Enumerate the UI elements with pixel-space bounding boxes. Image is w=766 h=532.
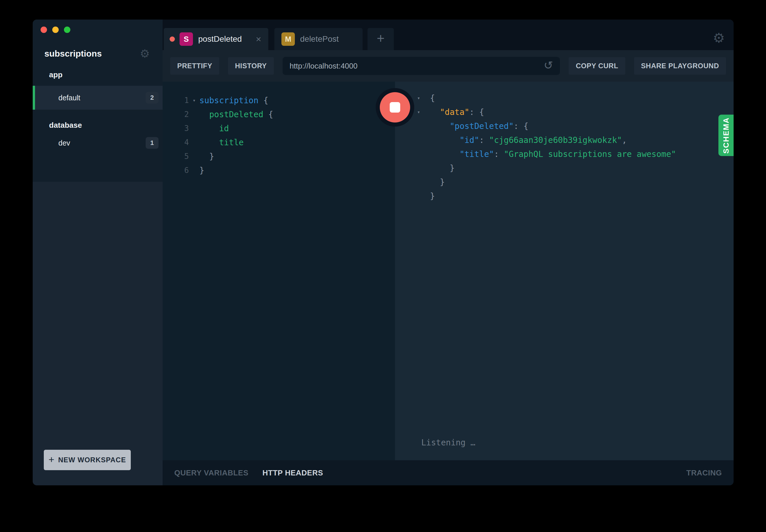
- tab-deletepost[interactable]: M deletePost: [274, 28, 363, 50]
- sidebar-workspaces: subscriptions ⚙ app default 2 database d…: [33, 20, 162, 182]
- code-token: "data": [430, 107, 469, 117]
- code-token: }: [430, 177, 445, 187]
- code-token: :: [494, 149, 504, 159]
- response-code-line: ▾{: [417, 91, 734, 105]
- endpoint-url-value: http://localhost:4000: [290, 62, 544, 71]
- line-number: 5: [162, 152, 189, 161]
- tab-postdeleted[interactable]: S postDeleted ×: [164, 28, 268, 50]
- stop-button-circle: [380, 92, 410, 123]
- query-code-line: 2 postDeleted {: [162, 107, 395, 121]
- code-token: subscription: [200, 96, 258, 105]
- active-session-dot-icon: [169, 36, 175, 42]
- session-count-badge: 2: [146, 92, 158, 104]
- bottom-bar: QUERY VARIABLES HTTP HEADERS TRACING: [162, 460, 734, 485]
- sidebar-title: subscriptions: [44, 49, 102, 59]
- code-token: "title": [430, 149, 494, 159]
- copy-curl-button[interactable]: COPY CURL: [568, 57, 625, 75]
- code-token: "GraphQL subscriptions are awesome": [504, 149, 676, 159]
- plus-icon: +: [377, 30, 385, 46]
- query-code-line: 5 }: [162, 149, 395, 163]
- history-button[interactable]: HISTORY: [228, 57, 274, 75]
- fold-arrow-icon[interactable]: ▾: [417, 109, 430, 115]
- sidebar: subscriptions ⚙ app default 2 database d…: [33, 20, 162, 485]
- fold-arrow-icon[interactable]: ▾: [189, 97, 200, 103]
- response-code-line: "postDeleted": {: [417, 119, 734, 133]
- stop-subscription-button[interactable]: [376, 88, 414, 127]
- prettify-button[interactable]: PRETTIFY: [170, 57, 219, 75]
- response-code-line: }: [417, 175, 734, 189]
- code-token: "id": [430, 135, 479, 145]
- endpoint-url-input[interactable]: http://localhost:4000 ↺: [283, 57, 560, 75]
- share-playground-button[interactable]: SHARE PLAYGROUND: [634, 57, 726, 75]
- response-code-line: }: [417, 189, 734, 203]
- code-token: id: [200, 124, 229, 133]
- line-number: 1: [162, 96, 189, 105]
- code-token: }: [430, 191, 435, 201]
- query-editor[interactable]: 1▾subscription {2 postDeleted {3 id4 tit…: [162, 82, 395, 460]
- response-code-line: "id": "cjg66aan30je60b39igkwokzk",: [417, 133, 734, 147]
- code-token: title: [200, 138, 244, 147]
- tab-label: postDeleted: [198, 34, 256, 44]
- code-token: "postDeleted": [430, 121, 514, 131]
- close-tab-icon[interactable]: ×: [256, 34, 261, 45]
- schema-tab-label: SCHEMA: [722, 117, 731, 154]
- traffic-minimize-icon[interactable]: [52, 27, 59, 33]
- code-token: "cjg66aan30je60b39igkwokzk": [489, 135, 622, 145]
- traffic-close-icon[interactable]: [41, 27, 47, 33]
- response-code-line: ▾ "data": {: [417, 105, 734, 119]
- code-token: {: [430, 93, 435, 103]
- query-code-line: 3 id: [162, 121, 395, 135]
- line-number: 6: [162, 166, 189, 175]
- query-code-line: 4 title: [162, 135, 395, 149]
- tracing-tab[interactable]: TRACING: [686, 468, 722, 477]
- mutation-type-icon: M: [282, 32, 295, 46]
- stop-square-icon: [390, 102, 400, 113]
- playground-settings-gear-icon[interactable]: ⚙: [713, 31, 725, 45]
- code-token: }: [430, 163, 454, 173]
- line-number: 4: [162, 138, 189, 147]
- response-pane: ▾{▾ "data": { "postDeleted": { "id": "cj…: [395, 82, 734, 460]
- code-token: {: [258, 96, 268, 105]
- listening-status: Listening …: [421, 438, 475, 447]
- toolbar: PRETTIFY HISTORY http://localhost:4000 ↺…: [162, 50, 734, 82]
- line-number: 3: [162, 124, 189, 133]
- line-number: 2: [162, 110, 189, 119]
- editor-panes: 1▾subscription {2 postDeleted {3 id4 tit…: [162, 82, 734, 460]
- tab-label: deletePost: [300, 34, 356, 44]
- code-token: : {: [469, 107, 484, 117]
- response-code-line: "title": "GraphQL subscriptions are awes…: [417, 147, 734, 161]
- code-token: }: [200, 152, 214, 161]
- code-token: :: [479, 135, 489, 145]
- code-token: ,: [622, 135, 627, 145]
- session-count-badge: 1: [146, 137, 158, 149]
- new-workspace-label: NEW WORKSPACE: [58, 456, 126, 464]
- http-headers-tab[interactable]: HTTP HEADERS: [263, 468, 323, 477]
- traffic-zoom-icon[interactable]: [64, 27, 70, 33]
- code-token: postDeleted: [200, 110, 263, 119]
- sidebar-item-default[interactable]: default 2: [33, 86, 162, 110]
- window-controls: [33, 20, 162, 33]
- schema-tab-button[interactable]: SCHEMA: [718, 115, 734, 156]
- main-area: S postDeleted × M deletePost + ⚙ PRETTIF…: [162, 20, 734, 485]
- query-variables-tab[interactable]: QUERY VARIABLES: [174, 468, 249, 477]
- new-tab-button[interactable]: +: [368, 28, 394, 50]
- plus-icon: +: [48, 454, 55, 465]
- code-token: : {: [514, 121, 529, 131]
- query-code-line: 1▾subscription {: [162, 93, 395, 107]
- query-code-line: 6}: [162, 163, 395, 177]
- sidebar-settings-gear-icon[interactable]: ⚙: [140, 48, 150, 59]
- playground-window: subscriptions ⚙ app default 2 database d…: [33, 20, 734, 485]
- workspace-section-app: app: [33, 70, 162, 79]
- new-workspace-button[interactable]: + NEW WORKSPACE: [44, 450, 131, 470]
- fold-arrow-icon[interactable]: ▾: [417, 95, 430, 101]
- sidebar-item-dev[interactable]: dev 1: [33, 132, 162, 154]
- code-token: {: [263, 110, 273, 119]
- sidebar-footer-area: + NEW WORKSPACE: [33, 182, 162, 485]
- subscription-type-icon: S: [179, 32, 193, 46]
- workspace-section-database: database: [33, 121, 162, 130]
- tab-bar: S postDeleted × M deletePost + ⚙: [162, 20, 734, 50]
- reload-icon[interactable]: ↺: [544, 60, 553, 71]
- code-token: }: [200, 166, 204, 175]
- response-code-line: }: [417, 161, 734, 175]
